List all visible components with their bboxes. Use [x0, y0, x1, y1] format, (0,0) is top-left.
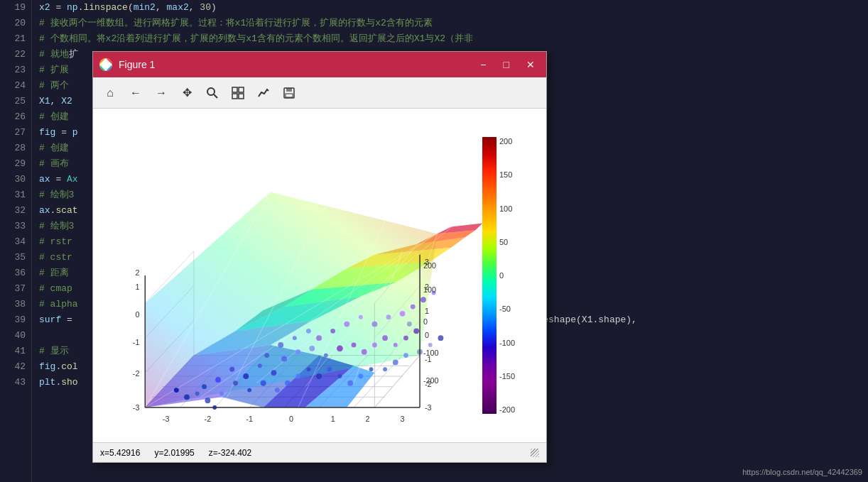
save-button[interactable] [278, 82, 300, 104]
svg-point-69 [233, 380, 238, 385]
svg-text:0: 0 [423, 317, 428, 326]
svg-rect-10 [286, 94, 293, 97]
line-num-36: 36 [0, 265, 31, 281]
code-line-19: x2 = np.linspace(min2, max2, 30) [39, 0, 868, 16]
figure-toolbar: ⌂ ← → ✥ [93, 77, 546, 109]
svg-point-98 [330, 329, 335, 334]
colorbar [482, 137, 497, 414]
svg-point-80 [327, 367, 332, 372]
svg-point-1 [103, 62, 109, 67]
svg-point-122 [403, 353, 408, 358]
svg-point-120 [383, 367, 387, 371]
svg-text:-1: -1 [425, 355, 432, 363]
svg-rect-7 [239, 94, 244, 99]
svg-point-71 [261, 380, 266, 386]
svg-text:-2: -2 [425, 380, 432, 388]
svg-point-72 [275, 388, 280, 393]
svg-point-70 [247, 388, 251, 393]
svg-point-2 [207, 88, 215, 95]
svg-point-112 [407, 322, 412, 327]
svg-point-99 [344, 322, 349, 327]
svg-point-89 [337, 345, 343, 351]
forward-button[interactable]: → [150, 82, 173, 104]
colorbar-label-0: 0 [499, 271, 515, 280]
svg-point-90 [352, 342, 357, 347]
maximize-button[interactable]: □ [498, 57, 515, 72]
svg-point-64 [215, 377, 221, 383]
line-num-35: 35 [0, 250, 31, 265]
svg-point-94 [394, 343, 398, 347]
line-num-20: 20 [0, 16, 31, 31]
resize-grip[interactable] [531, 449, 539, 457]
svg-point-73 [219, 392, 224, 396]
svg-text:0: 0 [135, 310, 139, 319]
svg-point-74 [205, 398, 210, 403]
svg-text:-2: -2 [133, 369, 140, 378]
svg-text:3: 3 [425, 258, 429, 266]
colorbar-label-150: 150 [499, 170, 515, 179]
figure-titlebar: Figure 1 − □ ✕ [93, 52, 546, 77]
svg-rect-4 [232, 87, 237, 92]
svg-point-103 [400, 311, 406, 317]
svg-text:0: 0 [425, 331, 429, 339]
svg-point-101 [371, 322, 377, 327]
svg-text:1: 1 [135, 283, 139, 291]
minimize-button[interactable]: − [474, 57, 492, 72]
statusbar-y: y=2.01995 [154, 448, 194, 458]
svg-line-3 [214, 94, 217, 98]
statusbar-coords: x=5.42916 y=2.01995 z=-324.402 [100, 448, 251, 458]
line-num-26: 26 [0, 109, 31, 125]
pan-button[interactable]: ✥ [175, 82, 198, 104]
colorbar-label-50: 50 [499, 238, 515, 246]
svg-point-102 [386, 314, 391, 319]
line-num-37: 37 [0, 281, 31, 297]
line-num-29: 29 [0, 156, 31, 172]
zoom-icon [206, 87, 219, 99]
svg-point-86 [295, 349, 300, 354]
zoom-button[interactable] [201, 82, 224, 104]
svg-point-77 [295, 374, 300, 379]
svg-text:1: 1 [425, 307, 429, 315]
svg-point-93 [382, 335, 388, 341]
svg-text:-1: -1 [133, 338, 140, 346]
line-num-22: 22 [0, 47, 31, 62]
svg-text:0: 0 [289, 415, 293, 423]
line-num-21: 21 [0, 31, 31, 47]
figure-window: Figure 1 − □ ✕ ⌂ ← → ✥ [92, 51, 547, 463]
svg-point-91 [362, 349, 367, 355]
back-button[interactable]: ← [124, 82, 147, 104]
figure-statusbar: x=5.42916 y=2.01995 z=-324.402 [93, 442, 546, 462]
svg-point-87 [309, 346, 315, 351]
svg-point-97 [316, 335, 322, 341]
line-num-31: 31 [0, 187, 31, 203]
line-num-28: 28 [0, 141, 31, 156]
subplot-button[interactable] [227, 82, 249, 104]
svg-point-65 [229, 367, 234, 372]
code-line-20: # 接收两个一维数组。进行网格扩展。过程：将x1沿着行进行扩展，扩展的行数与x2… [39, 16, 868, 31]
line-numbers: 19 20 21 22 23 24 25 26 27 28 29 30 31 3… [0, 0, 32, 482]
svg-point-117 [278, 342, 283, 348]
svg-point-76 [285, 380, 291, 386]
lines-icon [257, 87, 270, 99]
colorbar-label-n100: -100 [499, 339, 515, 347]
svg-point-81 [338, 374, 342, 378]
line-num-33: 33 [0, 219, 31, 234]
colorbar-label-100: 100 [499, 204, 515, 213]
svg-point-116 [264, 353, 269, 358]
svg-point-95 [403, 336, 408, 341]
screen-watermark: https://blog.csdn.net/qq_42442369 [742, 468, 862, 476]
svg-point-121 [393, 359, 398, 365]
lines-button[interactable] [252, 82, 275, 104]
colorbar-container: 200 150 100 50 0 -50 -100 -150 -200 [482, 109, 546, 442]
svg-point-100 [359, 315, 363, 319]
statusbar-x: x=5.42916 [100, 448, 140, 458]
home-button[interactable]: ⌂ [99, 82, 121, 104]
svg-rect-9 [286, 88, 292, 92]
line-num-19: 19 [0, 0, 31, 16]
svg-point-75 [195, 392, 200, 396]
close-button[interactable]: ✕ [521, 57, 541, 72]
figure-content: 200 100 0 -100 -200 -3 -2 -1 0 1 2 3 [93, 109, 546, 442]
colorbar-label-n150: -150 [499, 372, 515, 380]
svg-text:3: 3 [401, 415, 405, 423]
svg-point-88 [324, 354, 328, 358]
